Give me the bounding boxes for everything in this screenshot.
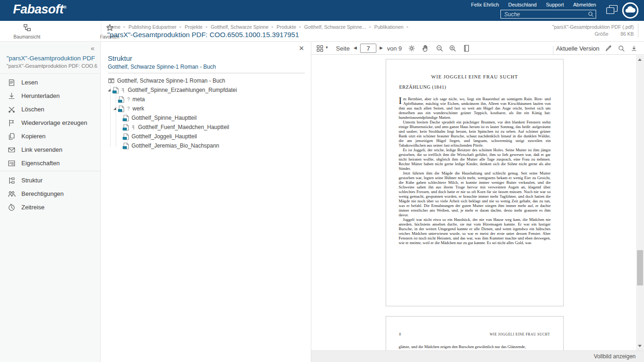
tree-item[interactable]: ?meta — [101, 95, 310, 104]
xml-file-icon — [123, 124, 129, 131]
scrollbar[interactable] — [636, 55, 644, 350]
thumbnails-icon[interactable] — [316, 45, 323, 52]
fabasoft-logo: Fabasoft® — [13, 2, 66, 17]
breadcrumb-item[interactable]: Home — [107, 24, 120, 30]
breadcrumb-item[interactable]: Gotthelf, Schwarze Spinne... — [304, 24, 366, 30]
breadcrumb: Home▸Publishing Edupartner▸Projekte▸Gott… — [107, 24, 408, 30]
sidebar-sections: StrukturBerechtigungenZeitreise — [0, 174, 100, 214]
expander-icon[interactable] — [108, 89, 111, 91]
chapter-subtitle: ERZÄHLUNG (1841) — [399, 84, 550, 90]
read-icon — [8, 79, 15, 86]
sidebar-item-l-schen[interactable]: Löschen — [0, 103, 100, 116]
pdf-toolbar: ▾ Seite ◀ ▶ von 9 Aktuelle Version — [311, 42, 644, 55]
unknown-marker: ? — [127, 97, 130, 102]
flag-icon — [8, 119, 15, 127]
tree-item[interactable]: ?werk — [101, 104, 310, 113]
sidebar: « "parsX"-Gesamtproduktion PDF "parsX"-G… — [0, 42, 101, 362]
tree-item[interactable]: Gotthelf_Jeremias_Bio_Nachspann — [101, 141, 310, 150]
tree-item-label: werk — [132, 105, 144, 112]
app-switcher-icon[interactable] — [606, 5, 618, 15]
breadcrumb-separator-icon: ▸ — [407, 25, 408, 29]
breadcrumb-item[interactable]: Gotthelf, Schwarze Spinne — [210, 24, 268, 30]
edit-pencil-icon[interactable] — [605, 45, 612, 52]
structure-panel-subtitle: Gotthelf, Schwarze Spinne-1 Roman - Buch — [108, 64, 216, 70]
single-page-icon[interactable] — [463, 45, 470, 52]
collapse-sidebar-icon[interactable]: « — [91, 45, 94, 52]
breadcrumb-item[interactable]: Publikationen — [374, 24, 403, 30]
zoom-out-icon[interactable] — [436, 45, 443, 52]
tree-item[interactable]: Gotthelf_Joggeli_Hauptteil — [101, 132, 310, 141]
breadcrumb-item[interactable]: Produkte — [276, 24, 296, 30]
running-title: WIE JOGGELI EINE FRAU SUCHT — [490, 332, 550, 336]
xml-file-icon — [123, 142, 129, 149]
expander-icon[interactable] — [113, 107, 116, 110]
sidebar-title: "parsX"-Gesamtproduktion PDF — [7, 55, 98, 62]
search-icon[interactable] — [588, 11, 594, 17]
breadcrumb-item[interactable]: Projekte — [184, 24, 203, 30]
scroll-up-icon[interactable] — [638, 58, 642, 61]
gear-icon[interactable] — [408, 45, 415, 52]
sidebar-item-berechtigungen[interactable]: Berechtigungen — [0, 187, 100, 200]
sidebar-item-zeitreise[interactable]: Zeitreise — [0, 200, 100, 214]
sidebar-divider — [0, 73, 100, 74]
sidebar-item-label: Löschen — [21, 106, 44, 113]
sidebar-item-kopieren[interactable]: Kopieren — [0, 129, 100, 143]
tree-item[interactable]: Gotthelf, Schwarze Spinne-1 Roman - Buch — [101, 76, 310, 85]
page-number-input[interactable] — [360, 44, 376, 53]
next-page-icon[interactable]: ▶ — [380, 45, 383, 50]
topbar-link[interactable]: Support — [546, 2, 564, 7]
scrollbar-thumb[interactable] — [637, 250, 643, 285]
topbar-link[interactable]: Deutschland — [508, 2, 537, 7]
sidebar-item-label: Herunterladen — [21, 92, 59, 99]
page-label: Seite — [336, 45, 350, 52]
sidebar-item-herunterladen[interactable]: Herunterladen — [0, 89, 100, 103]
view-baumansicht[interactable]: Baumansicht — [8, 24, 46, 39]
version-selector[interactable]: Aktuelle Version — [556, 45, 599, 52]
sidebar-subtitle: "parsX"-Gesamtproduktion PDF: COO.6... — [7, 63, 98, 69]
search-box[interactable] — [500, 10, 596, 19]
document-search-icon[interactable] — [618, 45, 625, 52]
fullscreen-button[interactable]: Vollbild anzeigen — [594, 353, 636, 360]
close-icon[interactable]: × — [299, 44, 304, 52]
treeview-icon — [23, 24, 31, 32]
page7-paragraphs: Im Bernbiet, aber ich sage nicht, wo, li… — [399, 97, 551, 245]
prev-page-icon[interactable]: ◀ — [354, 45, 357, 50]
topbar-links: Felix EhrlichDeutschlandSupportAbmelden — [471, 2, 596, 7]
scroll-down-icon[interactable] — [638, 345, 642, 347]
file-size-label: Größe — [595, 31, 609, 38]
props-icon — [8, 160, 15, 167]
xml-badge — [118, 109, 122, 112]
pdf-paragraph: Im Bernbiet, aber ich sage nicht, wo, li… — [399, 97, 551, 120]
page-total-label: von 9 — [387, 45, 402, 52]
sidebar-item-wiedervorlage-erzeugen[interactable]: Wiedervorlage erzeugen — [0, 116, 100, 129]
breadcrumb-item[interactable]: Publishing Edupartner — [129, 24, 177, 30]
sidebar-item-struktur[interactable]: Struktur — [0, 174, 100, 187]
structure-ref-icon — [131, 125, 136, 130]
sidebar-item-label: Eigenschaften — [21, 160, 59, 167]
tree-item-label: Gotthelf, Schwarze Spinne-1 Roman - Buch — [117, 78, 225, 84]
sidebar-item-eigenschaften[interactable]: Eigenschaften — [0, 156, 100, 170]
tree-item[interactable]: Gotthelf_Spinne_Erzaehlungen_Rumpfdatei — [101, 85, 310, 95]
file-info: "parsX"-Gesamtproduktion PDF (.pdf) Größ… — [552, 24, 638, 38]
download-icon[interactable] — [631, 45, 637, 52]
tree-item[interactable]: Gotthelf_Fuenf_Maedchen_Hauptteil — [101, 123, 310, 132]
file-size-value: 86 KB — [620, 31, 634, 38]
xml-badge — [123, 128, 127, 130]
hand-pan-icon[interactable] — [422, 45, 429, 52]
topbar-link[interactable]: Abmelden — [573, 2, 596, 7]
sidebar-actions: LesenHerunterladenLöschenWiedervorlage e… — [0, 76, 100, 170]
sidebar-item-lesen[interactable]: Lesen — [0, 76, 100, 89]
fabasoft-cloud-logo-icon[interactable] — [622, 2, 639, 19]
tree-item[interactable]: Gotthelf_Spinne_Hauptteil — [101, 113, 310, 123]
viewer-footer: Vollbild anzeigen — [311, 350, 644, 362]
zoom-in-icon[interactable] — [449, 45, 456, 52]
topbar-link[interactable]: Felix Ehrlich — [471, 2, 499, 7]
mail-icon — [8, 146, 15, 154]
page-number: 8 — [399, 332, 401, 336]
copy-icon — [8, 133, 15, 140]
tree-icon — [8, 177, 15, 184]
search-input[interactable] — [501, 11, 588, 18]
caret-down-icon[interactable]: ▾ — [326, 45, 328, 50]
structure-panel-title: Struktur — [108, 54, 132, 62]
sidebar-item-link-versenden[interactable]: Link versenden — [0, 143, 100, 156]
